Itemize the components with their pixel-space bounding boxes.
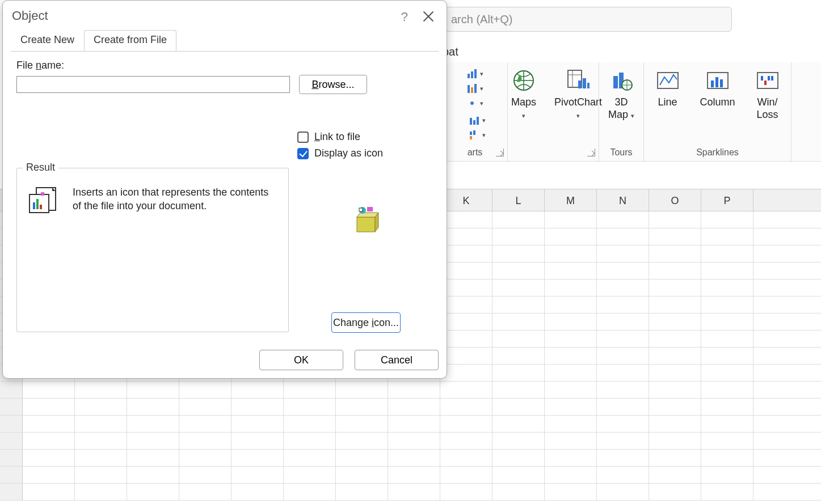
package-icon — [351, 205, 381, 234]
link-to-file-label: Link to file — [314, 131, 360, 143]
sparkline-line-button[interactable]: Line — [648, 68, 688, 121]
col-header-o[interactable]: O — [649, 189, 701, 211]
dialog-help-button[interactable]: ? — [401, 10, 408, 24]
object-dialog: Object ? Create New Create from File Fil… — [2, 0, 447, 379]
dialog-close-button[interactable] — [422, 10, 435, 23]
svg-rect-20 — [613, 76, 618, 88]
chart-type-dropdown-2[interactable]: ▾ — [466, 83, 483, 94]
svg-rect-29 — [761, 76, 763, 81]
svg-rect-11 — [470, 136, 472, 139]
svg-rect-26 — [715, 77, 718, 87]
sparkline-column-button[interactable]: Column — [698, 68, 738, 121]
charts-dialog-launcher[interactable] — [496, 149, 504, 156]
sparkline-line-icon — [655, 68, 680, 93]
dialog-tabs: Create New Create from File — [11, 30, 176, 52]
result-illustration-icon — [27, 187, 60, 215]
chart-type-dropdown-1[interactable]: ▾ — [466, 68, 483, 79]
file-name-label: File name: — [16, 60, 439, 71]
col-header-l[interactable]: L — [492, 189, 545, 211]
globe-icon — [511, 68, 536, 93]
svg-rect-38 — [40, 205, 42, 209]
sparkline-winloss-icon — [755, 68, 780, 93]
col-header-k[interactable]: K — [440, 189, 492, 211]
svg-rect-7 — [470, 118, 472, 125]
display-as-icon-checkbox[interactable]: Display as icon — [297, 147, 383, 159]
svg-rect-9 — [477, 117, 479, 125]
svg-rect-8 — [473, 120, 475, 125]
ribbon: ▾ ▾ ▾ ▾ ▾ arts Maps▾ PivotChart▾ — [443, 62, 821, 162]
3d-map-button[interactable]: 3DMap ▾ — [601, 68, 641, 121]
svg-rect-17 — [578, 81, 582, 88]
ribbon-group-charts: ▾ ▾ ▾ ▾ ▾ arts — [443, 62, 508, 161]
result-text: Inserts an icon that represents the cont… — [73, 185, 278, 215]
ribbon-group-sparklines: Line Column Win/Loss Sparklines — [644, 62, 791, 161]
svg-rect-32 — [771, 76, 773, 81]
col-header-p[interactable]: P — [701, 189, 753, 211]
svg-rect-4 — [471, 87, 473, 93]
ribbon-group-maps-pivot: Maps▾ PivotChart▾ — [508, 62, 599, 161]
svg-rect-12 — [473, 130, 475, 135]
result-legend: Result — [23, 162, 58, 173]
svg-rect-45 — [359, 208, 363, 211]
link-to-file-checkbox[interactable]: Link to file — [297, 131, 383, 143]
cancel-button[interactable]: Cancel — [355, 350, 439, 370]
svg-rect-18 — [583, 78, 586, 88]
tab-create-from-file[interactable]: Create from File — [84, 30, 176, 52]
ribbon-group-tours-label: Tours — [599, 147, 643, 158]
checkbox-icon — [297, 132, 309, 143]
tab-panel: File name: Browse... Link to file Displa… — [11, 51, 439, 346]
dialog-title: Object — [12, 9, 48, 23]
pivotchart-icon — [566, 68, 591, 93]
maps-button[interactable]: Maps▾ — [504, 68, 544, 121]
svg-rect-3 — [468, 85, 470, 93]
col-header-n[interactable]: N — [597, 189, 649, 211]
svg-rect-30 — [764, 81, 767, 85]
3d-map-icon — [609, 68, 634, 93]
svg-rect-0 — [468, 74, 470, 78]
pivotchart-dialog-launcher[interactable] — [587, 149, 595, 156]
svg-rect-36 — [33, 202, 35, 209]
tab-create-new[interactable]: Create New — [11, 30, 84, 52]
svg-rect-35 — [30, 194, 49, 213]
search-box[interactable]: arch (Alt+Q) — [443, 7, 732, 32]
svg-rect-37 — [36, 199, 39, 209]
ok-button[interactable]: OK — [259, 350, 343, 370]
chart-type-dropdown-5[interactable]: ▾ — [469, 129, 486, 141]
svg-rect-39 — [41, 192, 44, 196]
svg-rect-5 — [474, 84, 477, 93]
svg-rect-19 — [587, 83, 590, 88]
col-header-m[interactable]: M — [545, 189, 597, 211]
svg-rect-1 — [471, 71, 473, 78]
file-name-input[interactable] — [16, 76, 290, 93]
svg-rect-44 — [367, 207, 373, 211]
chart-type-dropdown-4[interactable]: ▾ — [469, 115, 486, 126]
pivotchart-button[interactable]: PivotChart▾ — [554, 68, 603, 121]
svg-rect-31 — [768, 76, 770, 81]
result-box: Result Inserts an icon that represents t… — [16, 168, 289, 332]
change-icon-button[interactable]: Change icon... — [331, 312, 401, 333]
ribbon-group-tours: 3DMap ▾ Tours — [599, 62, 644, 161]
search-text-fragment: arch (Alt+Q) — [451, 13, 512, 26]
chart-type-dropdown-3[interactable]: ▾ — [466, 98, 483, 109]
sparkline-winloss-button[interactable]: Win/Loss — [748, 68, 788, 121]
sparkline-column-icon — [705, 68, 730, 93]
browse-button[interactable]: Browse... — [299, 75, 367, 94]
ribbon-group-sparklines-label: Sparklines — [644, 147, 791, 158]
svg-rect-40 — [357, 217, 375, 232]
svg-point-6 — [470, 101, 474, 105]
svg-rect-25 — [711, 81, 714, 87]
svg-rect-27 — [720, 79, 723, 87]
svg-rect-10 — [470, 132, 472, 135]
svg-rect-2 — [474, 69, 477, 78]
checkbox-checked-icon — [297, 148, 309, 159]
display-as-icon-label: Display as icon — [314, 147, 383, 159]
